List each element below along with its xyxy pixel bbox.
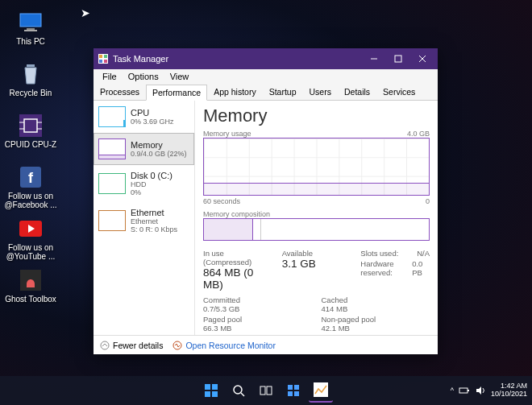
taskbar: ^ 1:42 AM 10/10/2021 xyxy=(0,376,532,405)
memory-composition-chart[interactable] xyxy=(203,218,430,241)
desktop-icon-label: This PC xyxy=(3,37,58,46)
desktop-icon-label: Follow us on @Facebook ... xyxy=(3,192,58,209)
svg-rect-26 xyxy=(212,384,218,390)
svg-rect-17 xyxy=(99,60,102,63)
svg-text:f: f xyxy=(28,170,34,186)
maximize-button[interactable] xyxy=(386,48,410,69)
tab-users[interactable]: Users xyxy=(303,84,338,100)
desktop-icon-label: CPUID CPU-Z xyxy=(3,140,58,149)
minimize-button[interactable] xyxy=(362,48,386,69)
desktop-icon-cpuz[interactable]: CPUID CPU-Z xyxy=(3,113,58,149)
total-memory-label: 4.0 GB xyxy=(407,130,430,138)
menu-file[interactable]: File xyxy=(97,72,123,81)
desktop-icon-recycle-bin[interactable]: Recycle Bin xyxy=(3,61,58,97)
available-label: Available xyxy=(282,249,351,258)
close-button[interactable] xyxy=(410,48,434,69)
search-button[interactable] xyxy=(227,378,251,403)
usage-label: Memory usage xyxy=(203,130,251,138)
available-value: 3.1 GB xyxy=(282,258,351,270)
window-footer: Fewer details Open Resource Monitor xyxy=(94,335,438,354)
menu-view[interactable]: View xyxy=(164,72,195,81)
tab-performance[interactable]: Performance xyxy=(146,85,207,101)
svg-rect-37 xyxy=(314,382,328,397)
open-resource-monitor-link[interactable]: Open Resource Monitor xyxy=(172,341,275,350)
svg-point-29 xyxy=(234,386,242,394)
svg-rect-4 xyxy=(19,114,42,137)
svg-rect-33 xyxy=(288,385,293,390)
slots-value: N/A xyxy=(417,249,430,258)
svg-line-30 xyxy=(241,393,244,396)
slots-label: Slots used: xyxy=(360,249,398,258)
committed-value: 0.7/5.3 GB xyxy=(203,304,312,313)
monitor-icon xyxy=(172,341,182,350)
nonpaged-label: Non-paged pool xyxy=(322,315,430,324)
desktop-icon-this-pc[interactable]: This PC xyxy=(3,10,58,46)
tab-startup[interactable]: Startup xyxy=(263,84,303,100)
task-manager-window: Task Manager File Options View Processes… xyxy=(94,48,438,354)
svg-rect-1 xyxy=(27,28,35,30)
chevron-up-icon xyxy=(100,341,110,350)
svg-rect-35 xyxy=(288,391,293,396)
nonpaged-value: 42.1 MB xyxy=(322,324,430,333)
paged-label: Paged pool xyxy=(203,315,312,324)
battery-icon[interactable] xyxy=(459,385,470,396)
volume-icon[interactable] xyxy=(475,385,486,396)
mouse-cursor: ➤ xyxy=(81,6,90,19)
sidebar-disk[interactable]: Disk 0 (C:)HDD 0% xyxy=(94,165,194,202)
titlebar[interactable]: Task Manager xyxy=(94,48,438,69)
svg-rect-0 xyxy=(20,14,41,27)
desktop-icon-facebook[interactable]: f Follow us on @Facebook ... xyxy=(3,164,58,209)
inuse-value: 864 MB (0 MB) xyxy=(203,267,272,291)
svg-rect-20 xyxy=(395,56,401,62)
widgets-button[interactable] xyxy=(281,378,305,403)
desktop-icon-label: Follow us on @YouTube ... xyxy=(3,243,58,261)
start-button[interactable] xyxy=(199,378,223,403)
tray-chevron-icon[interactable]: ^ xyxy=(451,386,454,395)
clock[interactable]: 1:42 AM 10/10/2021 xyxy=(491,382,527,399)
desktop-icon-youtube[interactable]: Follow us on @YouTube ... xyxy=(3,216,58,261)
sidebar-ethernet[interactable]: EthernetEthernet S: 0 R: 0 Kbps xyxy=(94,202,194,239)
window-title: Task Manager xyxy=(113,54,362,64)
clock-date: 10/10/2021 xyxy=(491,391,527,399)
memory-usage-chart[interactable] xyxy=(203,138,430,196)
svg-rect-34 xyxy=(294,385,299,390)
fewer-details-link[interactable]: Fewer details xyxy=(100,341,163,350)
cached-value: 414 MB xyxy=(322,304,430,313)
svg-rect-28 xyxy=(212,391,218,397)
committed-label: Committed xyxy=(203,295,312,304)
composition-label: Memory composition xyxy=(203,210,270,218)
xaxis-left: 60 seconds xyxy=(203,197,240,205)
inuse-label: In use (Compressed) xyxy=(203,249,272,267)
svg-point-23 xyxy=(101,341,109,349)
svg-rect-32 xyxy=(267,386,272,395)
hwres-label: Hardware reserved: xyxy=(360,259,412,277)
taskman-icon xyxy=(98,54,108,64)
tab-app-history[interactable]: App history xyxy=(207,84,263,100)
tabbar: Processes Performance App history Startu… xyxy=(94,84,438,101)
detail-heading: Memory xyxy=(203,105,430,126)
svg-rect-18 xyxy=(104,60,107,63)
svg-rect-25 xyxy=(205,384,210,390)
svg-rect-15 xyxy=(99,55,102,58)
menu-options[interactable]: Options xyxy=(123,72,164,81)
svg-rect-38 xyxy=(459,388,468,393)
svg-rect-36 xyxy=(294,391,299,396)
tab-processes[interactable]: Processes xyxy=(94,84,146,100)
menubar: File Options View xyxy=(94,69,438,84)
svg-rect-2 xyxy=(24,30,37,31)
svg-rect-3 xyxy=(27,64,35,67)
sidebar-cpu[interactable]: CPU0% 3.69 GHz xyxy=(94,101,194,133)
desktop-icon-label: Ghost Toolbox xyxy=(3,295,58,304)
taskbar-taskman[interactable] xyxy=(309,378,333,403)
svg-rect-31 xyxy=(260,386,265,395)
sidebar-memory[interactable]: Memory0.9/4.0 GB (22%) xyxy=(94,133,194,165)
hwres-value: 0.0 PB xyxy=(412,259,430,277)
svg-rect-39 xyxy=(468,390,469,391)
desktop-icon-ghost-toolbox[interactable]: Ghost Toolbox xyxy=(3,267,58,304)
tab-details[interactable]: Details xyxy=(338,84,376,100)
performance-sidebar: CPU0% 3.69 GHz Memory0.9/4.0 GB (22%) Di… xyxy=(94,101,195,335)
tab-services[interactable]: Services xyxy=(376,84,422,100)
xaxis-right: 0 xyxy=(426,197,430,205)
detail-pane: Memory Memory usage 4.0 GB 60 seconds 0 … xyxy=(195,101,438,335)
task-view-button[interactable] xyxy=(254,378,278,403)
